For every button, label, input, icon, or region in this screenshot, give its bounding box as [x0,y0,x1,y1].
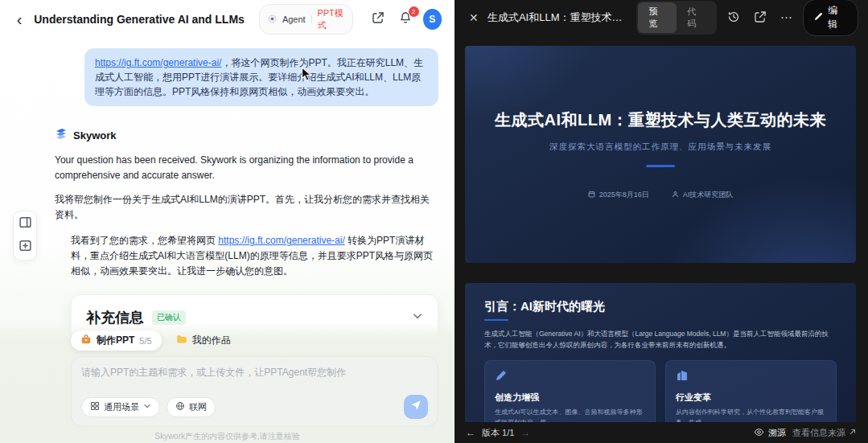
feature-card-text: 从内容创作到科学研究，从个性化教育到智能客户服务，生成… [676,408,826,422]
user-avatar[interactable]: S [423,9,442,30]
composer-section: 制作PPT 5/5 我的作品 通用场景 [0,322,455,443]
sidebar-icon [19,215,32,232]
edit-button[interactable]: 编辑 [803,0,858,36]
make-ppt-icon [80,334,92,347]
agent-icon [268,14,277,25]
assistant-message-link[interactable]: https://ig.ft.com/generative-ai/ [218,235,344,246]
assistant-message: Your question has been received. Skywork… [55,153,433,183]
slide-1-title-slide[interactable]: 生成式AI和LLM：重塑技术与人类互动的未来 深度探索大语言模型的工作原理、应用… [465,46,856,263]
feature-card-title: 创造力增强 [495,392,645,404]
slide-team-label: AI技术研究团队 [683,190,734,200]
chevron-down-icon [143,402,151,412]
conversation-title: Understanding Generative AI and LLMs [34,13,245,26]
assistant-brand-name: Skywork [73,129,116,142]
feature-card-title: 行业变革 [676,392,826,404]
history-button[interactable] [724,8,743,27]
artifact-header: ✕ 生成式AI和LLM：重塑技术… 预览 代码 ⋯ [455,0,868,35]
pen-icon [495,371,508,384]
tab-preview[interactable]: 预览 [638,2,677,33]
plus-icon [19,239,32,256]
slide-feature-cards: 创造力增强 生成式AI可以生成文本、图像、音频和视频等多种形式的原创内容，极… … [484,360,837,422]
artifact-panel: ✕ 生成式AI和LLM：重塑技术… 预览 代码 ⋯ [455,0,868,443]
artifact-footer: ← 版本 1/1 → 溯源 查看信息来源 [455,422,868,443]
feature-card-creativity: 创造力增强 生成式AI可以生成文本、图像、音频和视频等多种形式的原创内容，极… [484,360,656,422]
prev-version-button[interactable]: ← [466,427,475,438]
globe-icon [175,401,185,412]
close-icon[interactable]: ✕ [467,11,480,24]
building-icon [676,371,689,384]
feature-card-text: 生成式AI可以生成文本、图像、音频和视频等多种形式的原创内容，极… [495,408,645,422]
agent-label: Agent [282,14,306,24]
view-mode-switch: 预览 代码 [636,1,716,35]
slide-date: 2025年8月16日 [588,190,649,200]
feature-card-industry: 行业变革 从内容创作到科学研究，从个性化教育到智能客户服务，生成… [665,360,837,422]
notifications-button[interactable]: 2 [396,9,414,30]
slide-date-label: 2025年8月16日 [599,190,649,200]
trace-label: 溯源 [768,427,786,439]
assistant-message: 我看到了您的需求，您希望将网页 https://ig.ft.com/genera… [71,233,433,278]
slide-meta-row: 2025年8月16日 AI技术研究团队 [588,190,734,200]
floating-toolbar [13,211,37,260]
tab-make-ppt-label: 制作PPT [97,334,134,347]
new-chat-button[interactable] [19,240,32,254]
content-disclaimer: Skywork产生的内容仅供参考,请注意核验 [0,431,455,442]
slide-team: AI技术研究团队 [672,190,734,200]
tab-my-works-label: 我的作品 [192,334,231,347]
notification-count-badge: 2 [409,6,419,17]
eye-icon [754,427,764,439]
slide-subtitle: 深度探索大语言模型的工作原理、应用场景与未来发展 [549,142,771,153]
history-icon [727,10,740,26]
assistant-message: 我将帮您制作一份关于生成式AI和LLM的演讲PPT。首先，让我分析您的需求并查找… [55,192,433,222]
web-search-label: 联网 [189,401,207,413]
composer-actions: 通用场景 联网 [81,395,428,419]
view-sources-link[interactable]: 查看信息来源 [792,427,857,439]
slide-preview-list: 生成式AI和LLM：重塑技术与人类互动的未来 深度探索大语言模型的工作原理、应用… [465,46,856,422]
view-sources-label: 查看信息来源 [792,427,845,439]
send-icon [410,400,422,414]
tab-my-works[interactable]: 我的作品 [176,334,231,347]
web-search-button[interactable]: 联网 [167,397,216,417]
tab-code[interactable]: 代码 [677,2,715,33]
calendar-icon [588,191,595,199]
ppt-mode-label: PPT模式 [317,7,343,31]
composer-input[interactable] [81,366,428,380]
tab-make-ppt-count: 5/5 [139,336,151,346]
back-button[interactable]: ‹ [13,11,26,27]
user-message-link[interactable]: https://ig.ft.com/generative-ai/ [95,57,221,68]
slide-2-intro-slide[interactable]: 引言：AI新时代的曙光 生成式人工智能（Generative AI）和大语言模型… [465,283,856,422]
pencil-icon [814,12,823,23]
person-icon [672,191,679,199]
scene-selector-label: 通用场景 [104,401,139,413]
slide-title: 引言：AI新时代的曙光 [484,299,837,314]
export-button[interactable] [751,8,770,27]
slide-body-text: 生成式人工智能（Generative AI）和大语言模型（Large Langu… [484,329,837,351]
folder-icon [176,334,187,347]
tab-make-ppt[interactable]: 制作PPT 5/5 [71,330,162,351]
slide-accent-divider [484,319,508,321]
share-button[interactable] [369,9,388,30]
send-button[interactable] [404,395,428,419]
next-version-button[interactable]: → [520,427,530,438]
agent-mode-badge[interactable]: Agent PPT模式 [259,4,353,35]
user-message-bubble: https://ig.ft.com/generative-ai/，将这个网页制作… [84,48,438,106]
assistant-brand-row: Skywork [55,127,438,143]
more-button[interactable]: ⋯ [776,8,796,27]
scene-selector-button[interactable]: 通用场景 [81,397,160,417]
chat-panel: ‹ Understanding Generative AI and LLMs A… [0,0,455,443]
slide-accent-divider [646,165,675,167]
skywork-logo-icon [55,127,68,143]
assistant-message-text: 我看到了您的需求，您希望将网页 [71,235,218,246]
share-icon [754,10,767,26]
composer-box: 通用场景 联网 [71,356,438,427]
chat-header: ‹ Understanding Generative AI and LLMs A… [0,0,455,39]
slide-title: 生成式AI和LLM：重塑技术与人类互动的未来 [495,109,826,131]
app-window: ‹ Understanding Generative AI and LLMs A… [0,0,868,443]
share-icon [372,11,385,27]
edit-button-label: 编辑 [828,4,847,31]
composer-tabs: 制作PPT 5/5 我的作品 [71,330,438,351]
version-label: 版本 1/1 [482,427,514,439]
scene-icon [90,401,100,412]
badge-divider [311,15,312,23]
trace-source-toggle[interactable]: 溯源 [754,427,786,439]
collapse-sidebar-button[interactable] [19,217,32,231]
